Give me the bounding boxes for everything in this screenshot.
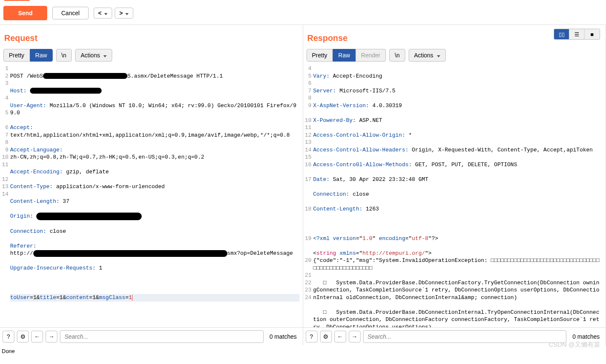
request-search-input[interactable] xyxy=(60,330,264,343)
help-icon[interactable]: ? xyxy=(3,331,14,342)
arrow-left-icon[interactable]: ← xyxy=(334,331,346,342)
request-title: Request xyxy=(0,25,303,49)
request-match-count: 0 matches xyxy=(269,333,297,340)
status-bar: Done xyxy=(0,345,606,357)
arrow-left-icon[interactable]: ← xyxy=(31,331,43,342)
chevron-down-icon xyxy=(102,52,107,59)
cancel-button[interactable]: Cancel xyxy=(52,7,89,19)
tab-raw[interactable]: Raw xyxy=(30,49,53,62)
view-single-button[interactable]: ■ xyxy=(584,29,600,39)
arrow-right-icon[interactable]: → xyxy=(349,331,361,342)
tab-pretty[interactable]: Pretty xyxy=(307,49,333,62)
view-rows-button[interactable]: ☰ xyxy=(569,29,584,39)
request-code[interactable]: POST /WebSS.asmx/DeleteMessage HTTP/1.1 … xyxy=(10,65,303,327)
tab-raw[interactable]: Raw xyxy=(333,49,356,62)
gear-icon[interactable]: ⚙ xyxy=(17,331,29,342)
gear-icon[interactable]: ⚙ xyxy=(320,331,332,342)
view-columns-button[interactable]: ▯▯ xyxy=(554,29,569,39)
chevron-down-icon xyxy=(436,52,440,59)
request-gutter: 123 4 5 67891011 121314 xyxy=(0,65,10,327)
request-footer: ? ⚙ ← → 0 matches xyxy=(0,327,303,345)
main-toolbar: Send Cancel < > xyxy=(0,2,606,25)
chevron-down-icon xyxy=(124,10,129,16)
response-code[interactable]: Vary: Accept-Encoding Server: Microsoft-… xyxy=(313,65,606,327)
response-match-count: 0 matches xyxy=(572,333,600,340)
arrow-right-icon[interactable]: → xyxy=(46,331,57,342)
actions-dropdown[interactable]: Actions xyxy=(409,49,446,62)
newline-toggle[interactable]: \n xyxy=(389,49,405,62)
response-gutter: 456789 10111213141516 17 18 19 20 212223… xyxy=(303,65,313,327)
newline-toggle[interactable]: \n xyxy=(56,49,72,62)
chevron-down-icon xyxy=(103,10,108,16)
response-view-tabs: Pretty Raw Render xyxy=(307,49,386,62)
request-view-tabs: Pretty Raw xyxy=(3,49,53,62)
watermark: CSDN @又懒有菜 xyxy=(549,341,600,349)
actions-dropdown[interactable]: Actions xyxy=(75,49,112,62)
response-search-input[interactable] xyxy=(363,330,567,343)
send-button[interactable]: Send xyxy=(3,6,47,20)
tab-pretty[interactable]: Pretty xyxy=(3,49,30,62)
help-icon[interactable]: ? xyxy=(306,331,318,342)
response-pane: Response Pretty Raw Render \n Actions 45… xyxy=(303,25,606,345)
response-editor[interactable]: 456789 10111213141516 17 18 19 20 212223… xyxy=(303,65,606,327)
request-editor[interactable]: 123 4 5 67891011 121314 POST /WebSS.asmx… xyxy=(0,65,303,327)
request-pane: Request Pretty Raw \n Actions 123 4 5 67… xyxy=(0,25,303,345)
view-toggle: ▯▯ ☰ ■ xyxy=(554,29,600,40)
back-button[interactable]: < xyxy=(94,8,112,19)
tab-render[interactable]: Render xyxy=(356,49,386,62)
forward-button[interactable]: > xyxy=(115,8,133,19)
